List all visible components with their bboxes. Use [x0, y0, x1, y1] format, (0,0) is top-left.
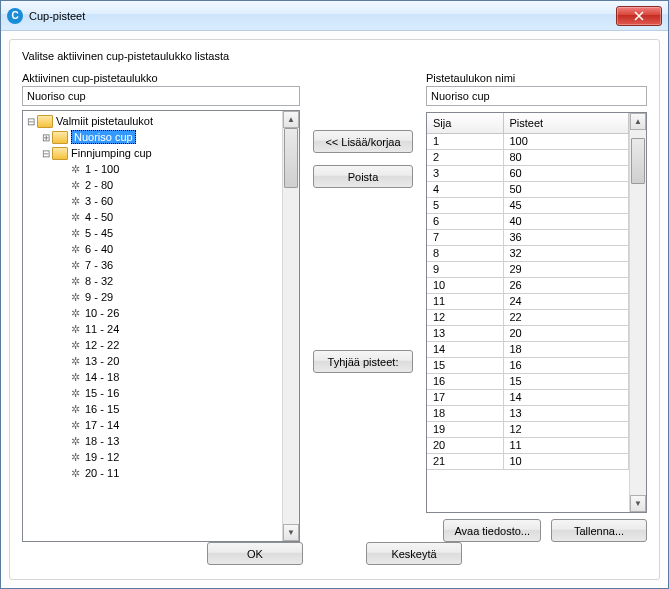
table-name-input[interactable] — [426, 86, 647, 106]
table-row[interactable]: 545 — [427, 197, 629, 213]
cell-pisteet[interactable]: 29 — [503, 261, 629, 277]
tree-row[interactable]: ✲2 - 80 — [25, 177, 282, 193]
table-row[interactable]: 640 — [427, 213, 629, 229]
expander-icon[interactable]: ⊟ — [40, 148, 51, 159]
cell-pisteet[interactable]: 15 — [503, 373, 629, 389]
table-row[interactable]: 2110 — [427, 453, 629, 469]
tree-row[interactable]: ✲18 - 13 — [25, 433, 282, 449]
cell-pisteet[interactable]: 40 — [503, 213, 629, 229]
scroll-up-button[interactable]: ▲ — [283, 111, 299, 128]
cell-sija[interactable]: 18 — [427, 405, 503, 421]
cell-pisteet[interactable]: 60 — [503, 165, 629, 181]
tree-row[interactable]: ✲14 - 18 — [25, 369, 282, 385]
cell-pisteet[interactable]: 12 — [503, 421, 629, 437]
tree-row[interactable]: ⊟Valmiit pistetaulukot — [25, 113, 282, 129]
table-row[interactable]: 1026 — [427, 277, 629, 293]
close-button[interactable] — [616, 6, 662, 26]
open-file-button[interactable]: Avaa tiedosto... — [443, 519, 541, 542]
table-row[interactable]: 1418 — [427, 341, 629, 357]
grid-scroll-down-button[interactable]: ▼ — [630, 495, 646, 512]
scroll-down-button[interactable]: ▼ — [283, 524, 299, 541]
tree-row[interactable]: ✲3 - 60 — [25, 193, 282, 209]
cell-pisteet[interactable]: 11 — [503, 437, 629, 453]
table-row[interactable]: 360 — [427, 165, 629, 181]
scroll-track[interactable] — [283, 128, 299, 524]
scroll-thumb[interactable] — [284, 128, 298, 188]
cell-pisteet[interactable]: 22 — [503, 309, 629, 325]
cell-sija[interactable]: 12 — [427, 309, 503, 325]
grid-scroll-up-button[interactable]: ▲ — [630, 113, 646, 130]
cell-pisteet[interactable]: 50 — [503, 181, 629, 197]
cell-sija[interactable]: 14 — [427, 341, 503, 357]
tree-row[interactable]: ✲4 - 50 — [25, 209, 282, 225]
tree-row[interactable]: ✲1 - 100 — [25, 161, 282, 177]
clear-points-button[interactable]: Tyhjää pisteet: — [313, 350, 413, 373]
tree-row[interactable]: ✲5 - 45 — [25, 225, 282, 241]
cell-sija[interactable]: 17 — [427, 389, 503, 405]
grid-scroll-track[interactable] — [630, 130, 646, 495]
ok-button[interactable]: OK — [207, 542, 303, 565]
active-table-input[interactable] — [22, 86, 300, 106]
grid-scroll-thumb[interactable] — [631, 138, 645, 184]
table-row[interactable]: 2011 — [427, 437, 629, 453]
tree-scrollbar[interactable]: ▲ ▼ — [282, 111, 299, 541]
tree-row[interactable]: ✲16 - 15 — [25, 401, 282, 417]
tree-row[interactable]: ✲19 - 12 — [25, 449, 282, 465]
cell-pisteet[interactable]: 13 — [503, 405, 629, 421]
table-row[interactable]: 1813 — [427, 405, 629, 421]
table-row[interactable]: 1516 — [427, 357, 629, 373]
tree-row[interactable]: ⊟Finnjumping cup — [25, 145, 282, 161]
cell-sija[interactable]: 11 — [427, 293, 503, 309]
table-row[interactable]: 929 — [427, 261, 629, 277]
cell-sija[interactable]: 2 — [427, 149, 503, 165]
cell-sija[interactable]: 4 — [427, 181, 503, 197]
remove-button[interactable]: Poista — [313, 165, 413, 188]
cell-pisteet[interactable]: 100 — [503, 133, 629, 149]
titlebar[interactable]: C Cup-pisteet — [1, 1, 668, 31]
cell-pisteet[interactable]: 16 — [503, 357, 629, 373]
table-row[interactable]: 1912 — [427, 421, 629, 437]
table-row[interactable]: 1100 — [427, 133, 629, 149]
col-header-sija[interactable]: Sija — [427, 113, 503, 133]
cell-sija[interactable]: 19 — [427, 421, 503, 437]
table-row[interactable]: 450 — [427, 181, 629, 197]
table-row[interactable]: 1320 — [427, 325, 629, 341]
table-row[interactable]: 832 — [427, 245, 629, 261]
cell-pisteet[interactable]: 80 — [503, 149, 629, 165]
save-file-button[interactable]: Tallenna... — [551, 519, 647, 542]
cell-sija[interactable]: 16 — [427, 373, 503, 389]
tree-row[interactable]: ✲9 - 29 — [25, 289, 282, 305]
cell-sija[interactable]: 6 — [427, 213, 503, 229]
cell-pisteet[interactable]: 18 — [503, 341, 629, 357]
cell-pisteet[interactable]: 26 — [503, 277, 629, 293]
table-row[interactable]: 1714 — [427, 389, 629, 405]
tree-row[interactable]: ✲20 - 11 — [25, 465, 282, 481]
table-row[interactable]: 1615 — [427, 373, 629, 389]
tree-row[interactable]: ✲17 - 14 — [25, 417, 282, 433]
tree-row[interactable]: ⊞Nuoriso cup — [25, 129, 282, 145]
cell-pisteet[interactable]: 10 — [503, 453, 629, 469]
cell-sija[interactable]: 8 — [427, 245, 503, 261]
tree-row[interactable]: ✲12 - 22 — [25, 337, 282, 353]
cell-pisteet[interactable]: 36 — [503, 229, 629, 245]
cell-sija[interactable]: 21 — [427, 453, 503, 469]
tree-row[interactable]: ✲10 - 26 — [25, 305, 282, 321]
cell-pisteet[interactable]: 32 — [503, 245, 629, 261]
tree-row[interactable]: ✲15 - 16 — [25, 385, 282, 401]
tree-row[interactable]: ✲7 - 36 — [25, 257, 282, 273]
cell-pisteet[interactable]: 45 — [503, 197, 629, 213]
expander-icon[interactable]: ⊟ — [25, 116, 36, 127]
add-button[interactable]: << Lisää/korjaa — [313, 130, 413, 153]
table-row[interactable]: 1222 — [427, 309, 629, 325]
cell-pisteet[interactable]: 14 — [503, 389, 629, 405]
cell-sija[interactable]: 3 — [427, 165, 503, 181]
cell-sija[interactable]: 15 — [427, 357, 503, 373]
cancel-button[interactable]: Keskeytä — [366, 542, 462, 565]
cell-pisteet[interactable]: 24 — [503, 293, 629, 309]
expander-icon[interactable]: ⊞ — [40, 132, 51, 143]
cell-sija[interactable]: 1 — [427, 133, 503, 149]
tree-row[interactable]: ✲6 - 40 — [25, 241, 282, 257]
tree-row[interactable]: ✲8 - 32 — [25, 273, 282, 289]
cell-sija[interactable]: 20 — [427, 437, 503, 453]
cell-sija[interactable]: 7 — [427, 229, 503, 245]
